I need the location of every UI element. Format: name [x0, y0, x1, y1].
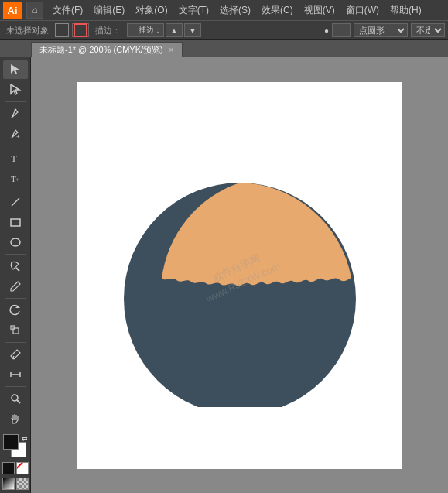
- select-tool-button[interactable]: [3, 60, 28, 79]
- tab-bar: 未标题-1* @ 200% (CMYK/预览) ✕: [0, 40, 448, 57]
- tool-separator-7: [5, 386, 26, 387]
- menu-view[interactable]: 视图(V): [299, 2, 340, 19]
- svg-text:ᵀ: ᵀ: [15, 178, 19, 183]
- opacity-select[interactable]: 不透: [411, 23, 445, 37]
- measure-tool-button[interactable]: [3, 365, 28, 384]
- title-bar: Ai ⌂ 文件(F) 编辑(E) 对象(O) 文字(T) 选择(S) 效果(C)…: [0, 0, 448, 20]
- stroke-color-swatch[interactable]: [72, 23, 89, 37]
- scale-tool-button[interactable]: [3, 321, 28, 340]
- foreground-background-colors[interactable]: ⇄: [3, 434, 28, 459]
- svg-point-18: [12, 395, 18, 401]
- selection-label: 未选择对象: [3, 25, 52, 36]
- svg-rect-8: [11, 219, 20, 226]
- gradient-swatch[interactable]: [2, 478, 15, 490]
- direct-select-tool-button[interactable]: [3, 80, 28, 99]
- svg-text:T: T: [11, 174, 16, 183]
- ellipse-tool-button[interactable]: [3, 233, 28, 252]
- stroke-up-button[interactable]: ▲: [166, 23, 183, 37]
- menu-window[interactable]: 窗口(W): [341, 2, 384, 19]
- menu-bar: 文件(F) 编辑(E) 对象(O) 文字(T) 选择(S) 效果(C) 视图(V…: [48, 2, 445, 19]
- tab-close-button[interactable]: ✕: [168, 46, 174, 54]
- tab-label: 未标题-1* @ 200% (CMYK/预览): [39, 44, 163, 56]
- app-logo: Ai: [3, 2, 22, 19]
- brush-tool-button[interactable]: [3, 257, 28, 276]
- menu-object[interactable]: 对象(O): [131, 2, 172, 19]
- illustration-svg: [108, 144, 371, 407]
- svg-line-19: [17, 400, 20, 403]
- menu-effect[interactable]: 效果(C): [257, 2, 298, 19]
- svg-text:+: +: [16, 133, 20, 140]
- menu-select[interactable]: 选择(S): [215, 2, 255, 19]
- none-fill-box[interactable]: [2, 462, 15, 474]
- svg-marker-0: [11, 64, 19, 74]
- pen-tool-button[interactable]: [3, 104, 28, 123]
- foreground-color-box[interactable]: [3, 434, 19, 450]
- svg-text:T: T: [11, 152, 17, 164]
- pencil-tool-button[interactable]: [3, 277, 28, 296]
- tool-separator-2: [5, 146, 26, 146]
- zoom-tool-button[interactable]: [3, 389, 28, 408]
- tools-panel: + T Tᵀ: [0, 57, 31, 493]
- artboard: 软件自学网 www.RJZXW.com: [77, 82, 402, 469]
- menu-text[interactable]: 文字(T): [174, 2, 214, 19]
- home-button[interactable]: ⌂: [26, 2, 43, 19]
- document-tab[interactable]: 未标题-1* @ 200% (CMYK/预览) ✕: [31, 42, 183, 57]
- svg-rect-12: [13, 328, 19, 334]
- svg-point-9: [11, 238, 20, 246]
- points-input[interactable]: 5: [332, 23, 351, 37]
- touch-type-tool-button[interactable]: Tᵀ: [3, 169, 28, 187]
- line-tool-button[interactable]: [3, 193, 28, 211]
- fill-color-swatch[interactable]: [55, 23, 69, 37]
- type-tool-button[interactable]: T: [3, 149, 28, 167]
- color-boxes: ⇄: [2, 434, 29, 493]
- tool-separator-3: [5, 190, 26, 190]
- swap-colors-icon[interactable]: ⇄: [22, 434, 28, 442]
- svg-marker-1: [11, 84, 19, 94]
- stroke-down-button[interactable]: ▼: [184, 23, 201, 37]
- tool-separator-4: [5, 254, 26, 255]
- hand-tool-button[interactable]: [3, 409, 28, 428]
- rect-tool-button[interactable]: [3, 213, 28, 231]
- svg-line-10: [16, 268, 19, 271]
- stroke-label: 描边：: [92, 25, 124, 36]
- menu-edit[interactable]: 编辑(E): [89, 2, 129, 19]
- menu-help[interactable]: 帮助(H): [385, 2, 426, 19]
- shape-select[interactable]: 点圆形: [354, 23, 408, 37]
- none-stroke-box[interactable]: [16, 462, 29, 474]
- points-indicator: ●: [324, 26, 329, 35]
- main-area: + T Tᵀ: [0, 57, 448, 493]
- tool-separator-5: [5, 298, 26, 299]
- stroke-value-input[interactable]: [127, 23, 164, 37]
- add-anchor-tool-button[interactable]: +: [3, 125, 28, 143]
- menu-file[interactable]: 文件(F): [48, 2, 87, 19]
- svg-point-2: [14, 109, 16, 111]
- eyedropper-tool-button[interactable]: [3, 345, 28, 364]
- rotate-tool-button[interactable]: [3, 301, 28, 320]
- canvas-area: 软件自学网 www.RJZXW.com: [31, 57, 448, 493]
- pattern-swatch[interactable]: [16, 478, 29, 490]
- tool-separator: [5, 101, 26, 102]
- svg-line-7: [12, 198, 19, 206]
- tool-separator-6: [5, 342, 26, 343]
- options-toolbar: 未选择对象 描边： ▲ ▼ ● 5 点圆形 不透: [0, 20, 448, 40]
